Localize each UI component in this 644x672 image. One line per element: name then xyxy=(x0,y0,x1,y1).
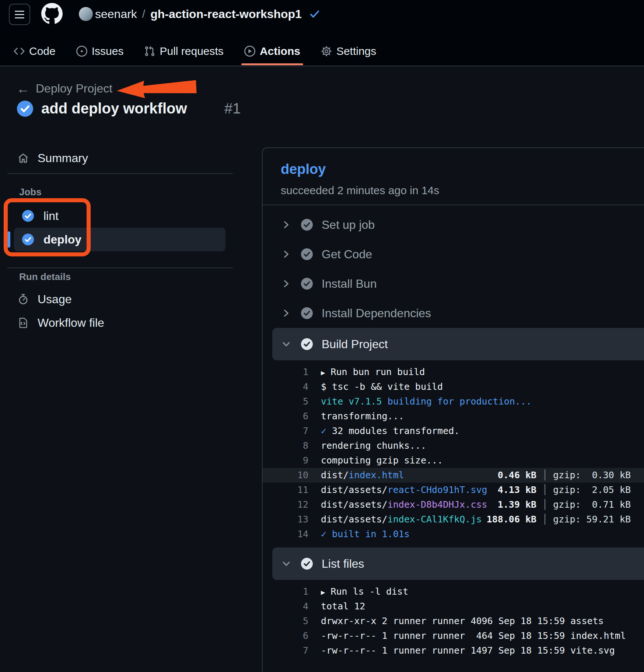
log-line-number[interactable]: 4 xyxy=(263,379,308,394)
log-line: 5drwxr-xr-x 2 runner runner 4096 Sep 18 … xyxy=(263,614,644,629)
log-line: 12dist/assets/index-D8b4DHJx.css1.39 kB … xyxy=(263,497,644,512)
hamburger-menu-button[interactable] xyxy=(9,4,30,25)
check-circle-icon xyxy=(22,210,34,222)
log-line-number[interactable]: 14 xyxy=(263,527,308,542)
step-label: List files xyxy=(322,557,364,571)
chevron-right-icon[interactable] xyxy=(281,279,291,289)
log-segment: react-CHdo91hT.svg xyxy=(388,484,487,495)
log-line-number[interactable]: 5 xyxy=(263,394,308,409)
check-circle-icon xyxy=(22,234,34,245)
log-segment: Run bun run build xyxy=(325,367,425,377)
log-line-sizes: 0.46 kB │ gzip: 0.30 kB xyxy=(498,468,631,483)
log-line-number[interactable]: 13 xyxy=(263,512,308,527)
log-segment: ✓ xyxy=(321,426,326,436)
log-line-number[interactable]: 1 xyxy=(263,365,308,379)
log-line-sizes: 1.39 kB │ gzip: 0.71 kB xyxy=(498,497,631,512)
tab-settings[interactable]: Settings xyxy=(321,37,376,66)
step-get-code[interactable]: Get Code xyxy=(263,239,644,269)
log-line: 4$ tsc -b && vite build xyxy=(263,379,644,394)
log-line-number[interactable]: 7 xyxy=(263,643,308,658)
code-icon xyxy=(14,46,25,57)
breadcrumb: seenark / gh-action-react-workshop1 xyxy=(95,0,320,28)
tab-label: Code xyxy=(29,45,56,57)
steps-list: Set up jobGet CodeInstall BunInstall Dep… xyxy=(263,205,644,672)
repo-nav-tabs: CodeIssuesPull requestsActionsSettings xyxy=(14,37,376,66)
log-segment: 188.06 kB xyxy=(487,514,536,525)
step-list-files[interactable]: List files xyxy=(272,547,644,580)
breadcrumb-repo-link[interactable]: gh-action-react-workshop1 xyxy=(150,7,302,21)
top-navigation-bar: seenark / gh-action-react-workshop1 Code… xyxy=(0,0,644,66)
tab-label: Actions xyxy=(260,45,300,57)
tab-actions[interactable]: Actions xyxy=(244,37,300,66)
log-segment: $ tsc -b && vite build xyxy=(321,381,443,392)
step-install-dependencies[interactable]: Install Dependencies xyxy=(263,298,644,328)
step-build-project[interactable]: Build Project xyxy=(272,328,644,360)
log-segment: gzip: 2.05 kB xyxy=(553,484,631,495)
log-line-sizes: 188.06 kB │ gzip: 59.21 kB xyxy=(487,512,631,527)
run-details-section-header: Run details xyxy=(19,271,71,283)
log-line-number[interactable]: 5 xyxy=(263,614,308,629)
log-segment: Run ls -l dist xyxy=(325,586,408,597)
tab-code[interactable]: Code xyxy=(14,37,56,66)
log-segment: -rw-r--r-- 1 runner runner 1497 Sep 18 1… xyxy=(321,645,615,656)
log-line-number[interactable]: 12 xyxy=(263,497,308,512)
log-line-number[interactable]: 4 xyxy=(263,599,308,614)
log-line-text: drwxr-xr-x 2 runner runner 4096 Sep 18 1… xyxy=(321,614,604,629)
log-segment: ▶ xyxy=(321,368,325,377)
job-label: deploy xyxy=(43,233,81,246)
step-label: Get Code xyxy=(322,248,372,261)
step-label: Install Dependencies xyxy=(322,307,431,320)
log-line-text: vite v7.1.5 building for production... xyxy=(321,394,532,409)
sidebar-job-lint[interactable]: lint xyxy=(14,204,225,228)
log-line-text: dist/assets/index-CAl1KfkQ.js xyxy=(321,512,482,527)
back-to-workflow-link[interactable]: ← Deploy Project xyxy=(17,82,112,95)
active-tab-underline xyxy=(241,63,303,65)
chevron-right-icon[interactable] xyxy=(281,249,291,259)
stopwatch-icon xyxy=(18,294,29,305)
log-line-text: computing gzip size... xyxy=(321,453,443,468)
breadcrumb-owner-link[interactable]: seenark xyxy=(95,7,137,21)
jobs-list: lintdeploy xyxy=(14,204,225,251)
log-line-text: ✓ built in 1.01s xyxy=(321,527,410,542)
log-line-number[interactable]: 7 xyxy=(263,424,308,438)
sidebar-item-summary[interactable]: Summary xyxy=(18,150,88,166)
log-line-number[interactable]: 6 xyxy=(263,629,308,643)
play-circle-icon xyxy=(244,46,255,57)
job-title-link[interactable]: deploy xyxy=(281,161,326,177)
step-set-up-job[interactable]: Set up job xyxy=(263,210,644,239)
step-install-bun[interactable]: Install Bun xyxy=(263,269,644,298)
log-segment: ▶ xyxy=(321,588,325,596)
chevron-down-icon[interactable] xyxy=(281,339,291,349)
log-line: 8rendering chunks... xyxy=(263,438,644,453)
sidebar-item-workflow-file[interactable]: Workflow file xyxy=(18,315,104,331)
sidebar-job-deploy[interactable]: deploy xyxy=(14,228,225,251)
user-avatar[interactable] xyxy=(79,7,93,21)
chevron-right-icon[interactable] xyxy=(281,220,291,230)
chevron-down-icon[interactable] xyxy=(281,559,291,569)
log-segment: vite v7.1.5 xyxy=(321,396,388,407)
log-segment: rendering chunks... xyxy=(321,440,426,451)
sidebar-item-usage[interactable]: Usage xyxy=(18,291,104,307)
log-line: 9computing gzip size... xyxy=(263,453,644,468)
log-line-text: $ tsc -b && vite build xyxy=(321,379,443,394)
tab-pull-requests[interactable]: Pull requests xyxy=(144,37,223,66)
repo-status-check-icon[interactable] xyxy=(309,8,320,20)
log-line-number[interactable]: 9 xyxy=(263,453,308,468)
log-line-number[interactable]: 1 xyxy=(263,584,308,599)
log-segment: 4.13 kB xyxy=(498,484,536,495)
github-logo[interactable] xyxy=(41,3,63,24)
chevron-right-icon[interactable] xyxy=(281,308,291,318)
check-circle-icon xyxy=(301,278,313,290)
tab-issues[interactable]: Issues xyxy=(76,37,124,66)
job-label: lint xyxy=(43,209,59,223)
log-segment: computing gzip size... xyxy=(321,455,443,466)
log-line-text: rendering chunks... xyxy=(321,438,426,453)
log-line: 5vite v7.1.5 building for production... xyxy=(263,394,644,409)
log-line: 1▶ Run bun run build xyxy=(263,365,644,379)
log-line-number[interactable]: 10 xyxy=(263,468,308,483)
log-line-number[interactable]: 6 xyxy=(263,409,308,424)
log-line-number[interactable]: 8 xyxy=(263,438,308,453)
run-title-row: add deploy workflow #1 xyxy=(17,100,241,117)
log-segment: dist/assets/ xyxy=(321,514,388,525)
log-line-number[interactable]: 11 xyxy=(263,483,308,497)
